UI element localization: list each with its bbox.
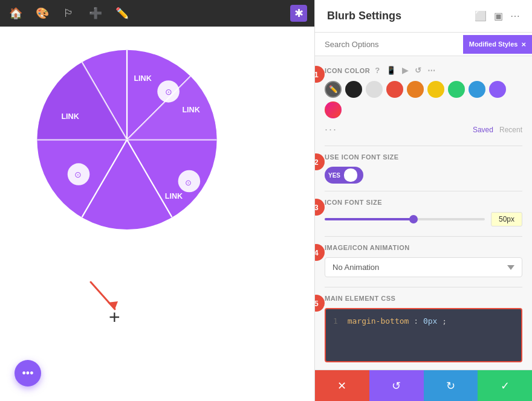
css-property: margin-bottom (348, 316, 409, 326)
swatch-black[interactable] (345, 81, 362, 98)
slider-fill (325, 218, 413, 220)
swatch-red[interactable] (386, 81, 403, 98)
badge-3: 3 (315, 199, 325, 216)
cancel-button[interactable]: ✕ (315, 370, 369, 401)
slider-track[interactable] (325, 218, 485, 220)
icon-color-phone-icon[interactable]: 📱 (386, 66, 397, 75)
search-input[interactable] (325, 40, 453, 49)
toggle-knob (344, 168, 357, 182)
recent-link[interactable]: Recent (499, 126, 522, 134)
add-icon[interactable]: ➕ (87, 5, 104, 22)
confirm-button[interactable]: ✓ (478, 370, 532, 401)
slider-value-box[interactable]: 50px (491, 212, 522, 226)
icon-color-section: 1 Icon Color ? 📱 ▶ ↺ ⋯ ✏️ (325, 66, 522, 136)
search-input-wrap (315, 33, 463, 56)
modified-styles-badge: Modified Styles × (463, 35, 532, 54)
badge-5: 5 (315, 295, 325, 312)
arrow-svg (79, 276, 127, 318)
swatch-orange[interactable] (407, 81, 424, 98)
toggle-row: YES (325, 167, 522, 184)
use-icon-font-size-label: Use Icon Font Size (325, 153, 522, 161)
more-icon[interactable]: ⋯ (510, 10, 520, 22)
divider-2 (325, 191, 522, 191)
undo-button[interactable]: ↺ (369, 370, 424, 401)
undo-icon: ↺ (392, 379, 401, 393)
swatch-purple[interactable] (489, 81, 506, 98)
modified-close-icon[interactable]: × (521, 40, 526, 49)
slider-row: 50px (325, 212, 522, 226)
toggle-yes-label: YES (327, 172, 342, 179)
panel-header: Blurb Settings ⬜ ▣ ⋯ (315, 0, 532, 33)
dots-btn[interactable]: ··· (325, 123, 337, 136)
plus-area[interactable]: + (109, 306, 120, 329)
icon-font-size-label: Icon Font Size (325, 199, 522, 206)
animation-section: 4 Image/Icon Animation No Animation Boun… (325, 244, 522, 277)
fab-dots-icon: ••• (22, 367, 34, 380)
palette-icon[interactable]: 🎨 (34, 5, 51, 22)
css-colon: : (414, 316, 423, 326)
icon-font-size-section: 3 Icon Font Size 50px (325, 199, 522, 226)
home-icon[interactable]: 🏠 (7, 5, 24, 22)
flag-icon[interactable]: 🏳 (60, 5, 77, 22)
swatch-gradient[interactable] (325, 101, 342, 118)
svg-text:LINK: LINK (182, 106, 199, 114)
pie-chart-svg: LINK LINK LINK LINK ⊙ ⊙ ⊙ (12, 36, 242, 229)
svg-text:LINK: LINK (165, 192, 183, 200)
edit-icon[interactable]: ✏️ (114, 5, 131, 22)
divider-1 (325, 146, 522, 146)
confirm-icon: ✓ (501, 379, 510, 393)
badge-1: 1 (315, 66, 325, 83)
css-line-num: 1 (333, 316, 338, 326)
icon-color-cursor-icon[interactable]: ▶ (402, 66, 409, 75)
columns-icon[interactable]: ▣ (494, 10, 503, 22)
swatch-yellow[interactable] (427, 81, 444, 98)
toggle-switch[interactable]: YES (325, 167, 363, 184)
color-row-actions: ··· Saved Recent (325, 123, 522, 136)
cancel-icon: ✕ (337, 379, 346, 393)
icon-color-help-icon[interactable]: ? (375, 66, 380, 75)
icon-color-undo-icon[interactable]: ↺ (415, 66, 422, 75)
settings-panel: Blurb Settings ⬜ ▣ ⋯ Modified Styles × 1… (314, 0, 532, 401)
svg-text:⊙: ⊙ (185, 179, 192, 187)
swatch-green[interactable] (448, 81, 465, 98)
redo-button[interactable]: ↻ (424, 370, 478, 401)
panel-header-icons: ⬜ ▣ ⋯ (475, 10, 520, 22)
pie-chart-container: LINK LINK LINK LINK ⊙ ⊙ ⊙ (12, 36, 266, 242)
css-value: 0px (423, 316, 437, 326)
svg-text:LINK: LINK (61, 112, 79, 121)
slider-thumb[interactable] (409, 215, 418, 223)
redo-icon: ↻ (446, 379, 455, 393)
css-semicolon: ; (442, 316, 447, 326)
icon-color-label: Icon Color ? 📱 ▶ ↺ ⋯ (325, 66, 522, 75)
search-bar: Modified Styles × (315, 33, 532, 56)
panel-title: Blurb Settings (327, 10, 401, 22)
svg-text:⊙: ⊙ (165, 88, 172, 97)
badge-4: 4 (315, 244, 325, 261)
css-editor[interactable]: 1 margin-bottom : 0px ; (325, 308, 522, 362)
pencil-icon: ✏️ (329, 85, 338, 94)
swatch-blue[interactable] (469, 81, 485, 98)
divi-icon[interactable]: ✱ (290, 5, 307, 22)
animation-label: Image/Icon Animation (325, 244, 522, 251)
css-editor-section: 5 Main Element CSS 1 margin-bottom : 0px… (325, 295, 522, 362)
swatch-white[interactable] (366, 81, 383, 98)
pencil-swatch[interactable]: ✏️ (325, 81, 342, 98)
modified-styles-label: Modified Styles (469, 40, 518, 48)
fab-button[interactable]: ••• (15, 360, 41, 387)
divider-3 (325, 236, 522, 237)
saved-link[interactable]: Saved (473, 126, 493, 134)
css-editor-label: Main Element CSS (325, 295, 522, 302)
expand-icon[interactable]: ⬜ (475, 10, 487, 22)
divider-4 (325, 287, 522, 287)
badge-2: 2 (315, 153, 325, 170)
animation-select[interactable]: No Animation Bounce Flash Pulse Shake Sl… (325, 257, 522, 277)
use-icon-font-size-section: 2 Use Icon Font Size YES (325, 153, 522, 184)
toolbar: 🏠 🎨 🏳 ➕ ✏️ ✱ (0, 0, 314, 27)
svg-text:⊙: ⊙ (74, 170, 82, 179)
panel-footer: ✕ ↺ ↻ ✓ (315, 370, 532, 401)
svg-text:LINK: LINK (134, 74, 151, 83)
css-line-1: 1 margin-bottom : 0px ; (333, 316, 514, 326)
panel-content: 1 Icon Color ? 📱 ▶ ↺ ⋯ ✏️ (315, 56, 532, 370)
icon-color-more-icon[interactable]: ⋯ (427, 66, 436, 75)
saved-recent: Saved Recent (473, 126, 522, 134)
